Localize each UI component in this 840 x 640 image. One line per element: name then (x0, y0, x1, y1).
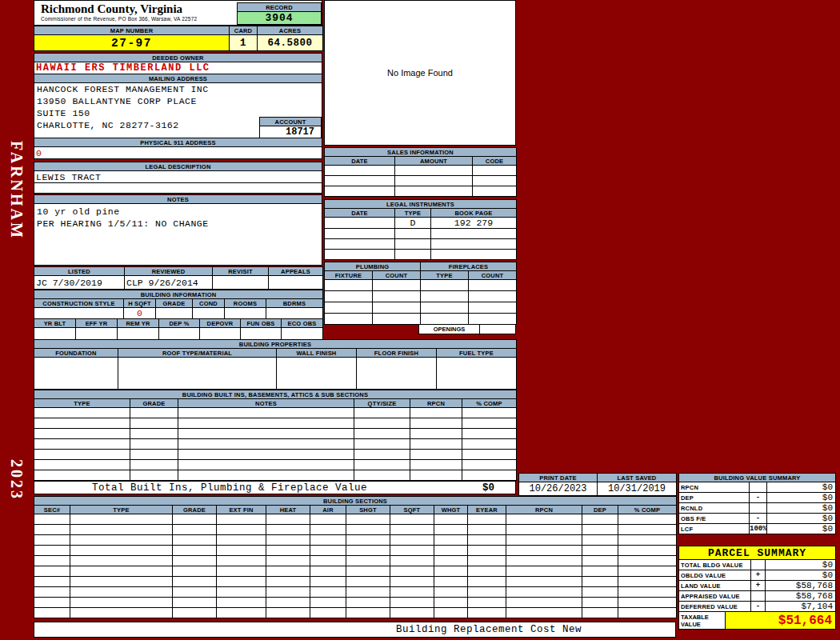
empty-cell (390, 608, 434, 618)
bvs-row-value: $0 (767, 493, 836, 503)
listed-label: LISTED (34, 267, 125, 276)
empty-cell (390, 546, 434, 556)
parcel-row-label: TOTAL BLDG VALUE (679, 560, 751, 570)
deeded-owner-block: DEEDED OWNER HAWAII ERS TIMBERLAND LLC (34, 53, 322, 74)
bvs-row-op: 100% (750, 524, 767, 534)
empty-cell (325, 239, 395, 250)
card-value[interactable]: 1 (230, 35, 258, 51)
building-sections-empty-row (34, 577, 677, 587)
empty-cell (178, 429, 354, 439)
empty-cell (346, 546, 390, 556)
revisit-value (213, 276, 269, 290)
empty-cell (434, 587, 468, 598)
empty-cell (582, 598, 618, 608)
map-number-label: MAP NUMBER (34, 26, 230, 35)
empty-cell (310, 556, 346, 566)
empty-cell (266, 535, 310, 546)
rooms-label: ROOMS (225, 299, 266, 308)
parcel-row-op (751, 560, 766, 570)
sales-date-label: DATE (325, 157, 395, 166)
empty-cell (282, 328, 323, 340)
empty-cell (34, 439, 130, 450)
empty-cell (421, 280, 469, 291)
empty-cell (178, 450, 354, 460)
building-information-title: BUILDING INFORMATION (34, 290, 323, 299)
empty-cell (354, 408, 410, 418)
acres-label: ACRES (258, 26, 323, 35)
empty-cell (354, 439, 410, 450)
empty-cell (34, 470, 130, 481)
parcel-row-label: LAND VALUE (679, 581, 751, 591)
empty-cell (178, 408, 354, 418)
empty-cell (173, 556, 217, 566)
print-date-label: PRINT DATE (519, 474, 598, 482)
empty-cell (618, 556, 677, 566)
built-ins-empty-row (34, 460, 517, 470)
empty-cell (410, 418, 462, 429)
empty-cell (178, 460, 354, 470)
openings-label: OPENINGS (418, 324, 480, 334)
empty-cell (217, 546, 266, 556)
empty-cell (277, 358, 357, 390)
last-saved-label: LAST SAVED (598, 474, 677, 482)
empty-cell (346, 598, 390, 608)
appeals-value (269, 276, 323, 290)
instrument-type-label: TYPE (395, 209, 431, 218)
sec-rpcn-label: RPCN (506, 506, 582, 514)
last-saved-value: 10/31/2019 (598, 482, 677, 496)
legal-description-block: LEGAL DESCRIPTION LEWIS TRACT (34, 162, 322, 194)
empty-cell (266, 587, 310, 598)
bvs-row-label: RCNLD (679, 503, 750, 514)
empty-cell (266, 566, 310, 577)
empty-cell (582, 608, 618, 618)
empty-cell (354, 460, 410, 470)
built-ins-empty-row (34, 418, 517, 429)
bvs-row-value: $0 (767, 482, 836, 493)
empty-cell (395, 250, 431, 260)
acres-value[interactable]: 64.5800 (258, 35, 323, 51)
sales-amount-label: AMOUNT (395, 157, 473, 166)
empty-cell (373, 291, 421, 302)
empty-cell (506, 598, 582, 608)
instrument-bookpage-label: BOOK PAGE (431, 209, 517, 218)
grade-label: GRADE (156, 299, 193, 308)
empty-cell (34, 608, 70, 618)
legal-description-label: LEGAL DESCRIPTION (34, 162, 322, 171)
empty-cell (70, 566, 173, 577)
empty-cell (325, 166, 395, 176)
empty-cell (462, 429, 517, 439)
empty-cell (506, 556, 582, 566)
empty-cell (618, 546, 677, 556)
construction-style-label: CONSTRUCTION STYLE (34, 299, 124, 308)
empty-cell (506, 577, 582, 587)
map-number-value[interactable]: 27-97 (34, 35, 230, 51)
built-ins-empty-row (34, 408, 517, 418)
empty-cell (178, 439, 354, 450)
empty-cell (70, 535, 173, 546)
empty-cell (462, 450, 517, 460)
empty-cell (431, 239, 517, 250)
empty-cell (217, 587, 266, 598)
building-sections-empty-row (34, 598, 677, 608)
empty-cell (34, 460, 130, 470)
funobs-label: FUN OBS (241, 319, 282, 328)
empty-cell (325, 250, 395, 260)
notes-label: NOTES (34, 195, 322, 204)
empty-cell (34, 535, 70, 546)
reviewed-label: REVIEWED (125, 267, 213, 276)
empty-cell (468, 525, 506, 535)
parcel-row-op: - (751, 602, 766, 612)
built-ins-empty-row (34, 429, 517, 439)
legal-instruments-title: LEGAL INSTRUMENTS (325, 200, 517, 209)
empty-cell (618, 598, 677, 608)
empty-cell (390, 587, 434, 598)
empty-cell (310, 608, 346, 618)
record-value[interactable]: 3904 (238, 12, 322, 25)
parcel-key-table: MAP NUMBER CARD ACRES 27-97 1 64.5800 (34, 26, 322, 51)
empty-cell (34, 566, 70, 577)
empty-cell (346, 556, 390, 566)
appeals-label: APPEALS (269, 267, 323, 276)
empty-cell (70, 514, 173, 525)
sec-dep-label: DEP (582, 506, 618, 514)
built-ins-title: BUILDING BUILT INS, BASEMENTS, ATTICS & … (34, 390, 517, 399)
